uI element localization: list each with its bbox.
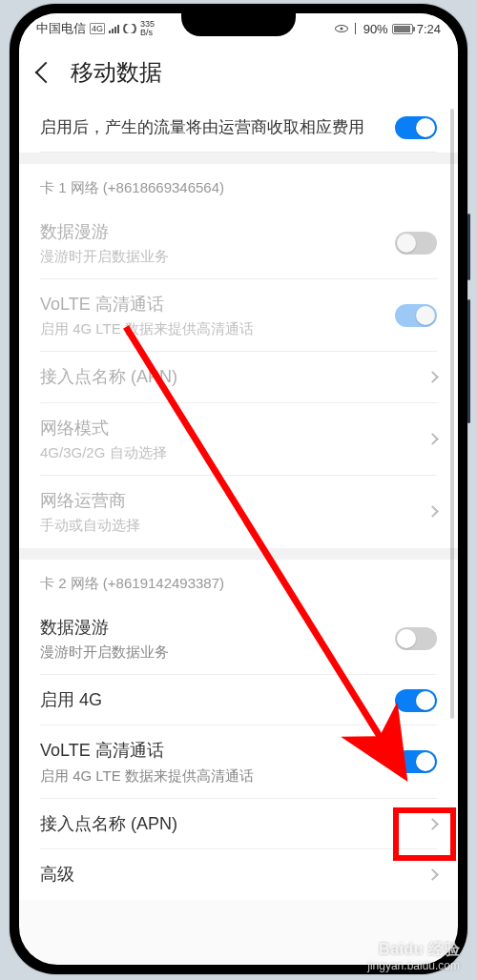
sim2-roaming-toggle[interactable] xyxy=(395,627,437,650)
sim2-apn-title: 接入点名称 (APN) xyxy=(40,812,417,836)
signal-icon xyxy=(109,24,119,33)
sim2-volte-sub: 启用 4G LTE 数据来提供高清通话 xyxy=(40,766,384,786)
sim1-operator-row[interactable]: 网络运营商 手动或自动选择 xyxy=(19,476,458,548)
sim2-volte-title: VoLTE 高清通话 xyxy=(40,739,384,763)
battery-icon xyxy=(392,24,413,34)
advanced-row[interactable]: 高级 xyxy=(19,849,458,900)
wifi-icon xyxy=(123,24,136,33)
sim1-volte-sub: 启用 4G LTE 数据来提供高清通话 xyxy=(40,318,384,338)
sim1-operator-title: 网络运营商 xyxy=(40,489,417,513)
battery-pct: 90% xyxy=(363,22,388,36)
sim2-enable4g-row[interactable]: 启用 4G xyxy=(19,675,458,725)
chevron-right-icon xyxy=(426,372,439,384)
sim2-section-label: 卡 2 网络 (+8619142493387) xyxy=(19,560,458,602)
sim2-roaming-row[interactable]: 数据漫游 漫游时开启数据业务 xyxy=(19,602,458,675)
sim2-volte-row[interactable]: VoLTE 高清通话 启用 4G LTE 数据来提供高清通话 xyxy=(19,725,458,798)
chevron-right-icon xyxy=(426,818,439,830)
sim1-apn-row[interactable]: 接入点名称 (APN) xyxy=(19,352,458,402)
sim1-roaming-sub: 漫游时开启数据业务 xyxy=(40,246,384,266)
side-button xyxy=(467,299,470,423)
sim2-enable4g-toggle[interactable] xyxy=(395,689,437,712)
back-icon[interactable] xyxy=(35,62,57,84)
sim1-operator-sub: 手动或自动选择 xyxy=(40,515,417,535)
sim2-roaming-title: 数据漫游 xyxy=(40,616,384,640)
sim1-netmode-row[interactable]: 网络模式 4G/3G/2G 自动选择 xyxy=(19,403,458,476)
sim1-volte-row[interactable]: VoLTE 高清通话 启用 4G LTE 数据来提供高清通话 xyxy=(19,279,458,352)
sim1-netmode-title: 网络模式 xyxy=(40,417,417,440)
phone-frame: 中国电信 4G 335B/s 90% 7:24 移动数据 启用 xyxy=(10,4,467,974)
sim1-roaming-row[interactable]: 数据漫游 漫游时开启数据业务 xyxy=(19,207,458,279)
content: 启用后，产生的流量将由运营商收取相应费用 卡 1 网络 (+8618669346… xyxy=(19,103,458,900)
screen: 中国电信 4G 335B/s 90% 7:24 移动数据 启用 xyxy=(19,13,458,965)
master-data-toggle-row[interactable]: 启用后，产生的流量将由运营商收取相应费用 xyxy=(19,103,458,153)
side-button xyxy=(467,214,470,280)
master-data-label: 启用后，产生的流量将由运营商收取相应费用 xyxy=(40,116,384,139)
scrollbar[interactable] xyxy=(450,109,454,719)
clock: 7:24 xyxy=(417,22,441,36)
speed-indicator: 335B/s xyxy=(140,20,155,37)
sim1-netmode-sub: 4G/3G/2G 自动选择 xyxy=(40,442,417,462)
chevron-right-icon xyxy=(426,505,439,518)
advanced-title: 高级 xyxy=(40,863,417,887)
sim1-volte-title: VoLTE 高清通话 xyxy=(40,293,384,316)
master-data-toggle[interactable] xyxy=(395,116,437,139)
sim2-roaming-sub: 漫游时开启数据业务 xyxy=(40,642,384,662)
section-gap xyxy=(19,153,458,164)
sim1-volte-toggle[interactable] xyxy=(395,304,437,327)
sim2-enable4g-title: 启用 4G xyxy=(40,688,384,712)
bluetooth-icon xyxy=(352,23,360,34)
carrier-label: 中国电信 xyxy=(36,20,86,37)
chevron-right-icon xyxy=(426,433,439,445)
sim1-section-label: 卡 1 网络 (+8618669346564) xyxy=(19,164,458,207)
eye-icon xyxy=(335,25,348,32)
sim1-roaming-toggle[interactable] xyxy=(395,232,437,255)
sim2-apn-row[interactable]: 接入点名称 (APN) xyxy=(19,799,458,849)
chevron-right-icon xyxy=(426,868,439,881)
section-gap xyxy=(19,548,458,560)
network-badge: 4G xyxy=(90,23,105,34)
page-title: 移动数据 xyxy=(71,57,162,88)
sim1-roaming-title: 数据漫游 xyxy=(40,220,384,244)
sim2-volte-toggle[interactable] xyxy=(395,750,437,773)
notch xyxy=(181,13,296,36)
page-header: 移动数据 xyxy=(19,44,458,103)
sim1-apn-title: 接入点名称 (APN) xyxy=(40,365,417,389)
